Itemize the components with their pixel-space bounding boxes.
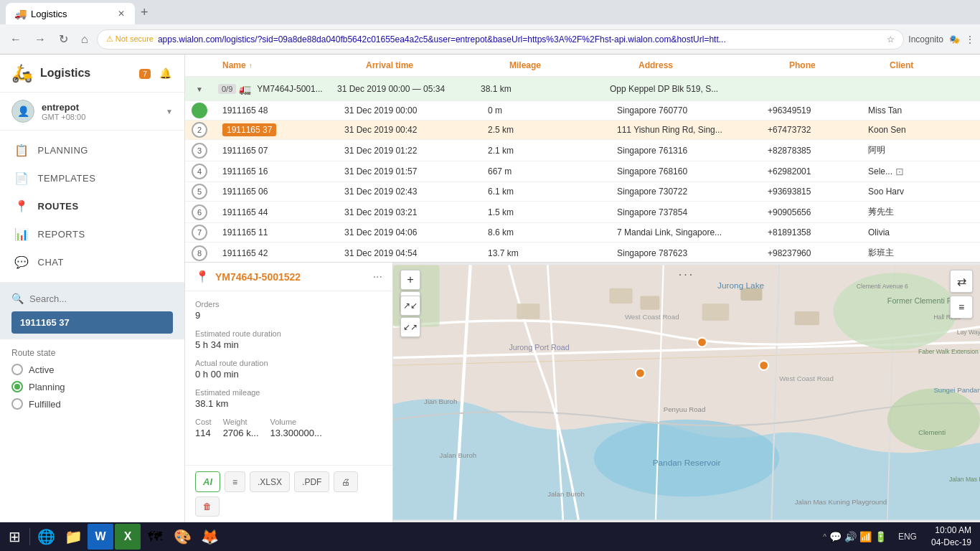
taskbar-files[interactable]: 📁 — [60, 524, 86, 550]
route-toggle-button[interactable]: ⇄ — [950, 270, 973, 293]
network-icon[interactable]: 📶 — [859, 531, 872, 542]
layers-button[interactable]: ≡ — [950, 296, 973, 319]
th-name[interactable]: Name ↑ — [214, 55, 357, 76]
est-mileage-value: 38.1 km — [195, 398, 382, 409]
detail-more-button[interactable]: ··· — [373, 270, 382, 283]
user-dropdown-arrow[interactable]: ▼ — [166, 108, 173, 116]
row-status-dot-1 — [192, 103, 207, 118]
notification-bell-button[interactable]: 🔔 — [158, 66, 173, 80]
systray-expand[interactable]: ^ — [823, 533, 826, 541]
orders-label: Orders — [195, 300, 382, 309]
copy-icon-4[interactable]: ⊡ — [895, 166, 904, 177]
radio-item-fulfilled[interactable]: Fulfilled — [11, 398, 173, 410]
menu-icon[interactable]: ⋮ — [966, 34, 974, 44]
client-4-text: Sele... — [868, 166, 892, 176]
taskbar-firefox[interactable]: 🦊 — [197, 524, 222, 550]
td-client-4: Sele... ⊡ — [859, 161, 946, 182]
td-address-2: 111 Yishun Ring Rd, Sing... — [608, 121, 759, 139]
content-area: Name ↑ Arrival time Mileage Address Phon… — [185, 55, 980, 522]
table-row[interactable]: 6 1911165 44 31 Dec 2019 03:21 1.5 km Si… — [185, 202, 980, 223]
th-address[interactable]: Address — [630, 55, 781, 76]
reload-button[interactable]: ↻ — [55, 29, 72, 49]
sidebar-item-routes[interactable]: 📍 ROUTES — [0, 192, 184, 220]
expand-button[interactable]: ↗↙ — [400, 296, 420, 316]
table-row[interactable]: 5 1911165 06 31 Dec 2019 02:43 6.1 km Si… — [185, 182, 980, 202]
address-bar[interactable]: ⚠ Not secure apps.wialon.com/logistics/?… — [97, 29, 905, 50]
tab-close-button[interactable]: ✕ — [116, 7, 126, 20]
sidebar-item-reports[interactable]: 📊 REPORTS — [0, 220, 184, 248]
app-logo: 🛵 — [11, 63, 33, 83]
print-button[interactable]: 🖨 — [334, 471, 358, 492]
sidebar-item-chat[interactable]: 💬 CHAT — [0, 248, 184, 276]
row-num-circle-7: 7 — [192, 225, 207, 240]
back-button[interactable]: ← — [6, 30, 26, 49]
table-row-group[interactable]: ▼ 0/9 🚛 YM7464J-5001... 31 Dec 2019 00:0… — [185, 77, 980, 101]
detail-header: 📍 YM7464J-5001522 ··· — [185, 263, 392, 291]
pdf-button[interactable]: .PDF — [294, 471, 329, 492]
sidebar-item-planning[interactable]: 📋 PLANNING — [0, 136, 184, 164]
table-row[interactable]: 8 1911165 42 31 Dec 2019 04:54 13.7 km S… — [185, 242, 980, 263]
map-area[interactable]: Pandan Reservoir Jurong Port Road West C… — [393, 263, 980, 522]
svg-text:Jalan Mas Kuning Playground: Jalan Mas Kuning Playground — [795, 498, 887, 506]
taskbar-paint[interactable]: 🎨 — [169, 524, 195, 550]
th-client[interactable]: Client — [881, 55, 967, 76]
td-arrival-5: 31 Dec 2019 02:43 — [336, 182, 479, 201]
td-mileage-7: 8.6 km — [479, 223, 608, 242]
radio-item-planning[interactable]: Planning — [11, 381, 173, 392]
table-row[interactable]: 1911165 48 31 Dec 2019 00:00 0 m Singapo… — [185, 101, 980, 121]
forward-button[interactable]: → — [30, 30, 50, 49]
tab-favicon: 🚚 — [14, 8, 27, 19]
radio-item-active[interactable]: Active — [11, 364, 173, 375]
group-row-arrival: 31 Dec 2019 00:00 — 05:34 — [329, 80, 472, 98]
delete-button[interactable]: 🗑 — [195, 496, 220, 517]
search-input[interactable] — [29, 293, 173, 304]
badge-button[interactable]: 7 — [138, 66, 152, 80]
svg-text:Faber Walk Extension Park: Faber Walk Extension Park — [918, 348, 980, 355]
bell-icon: 🔔 — [159, 67, 171, 79]
table-row[interactable]: 4 1911165 16 31 Dec 2019 01:57 667 m Sin… — [185, 161, 980, 182]
svg-text:Jurong Port Road: Jurong Port Road — [509, 343, 569, 352]
taskbar-chrome[interactable]: 🌐 — [33, 524, 59, 550]
th-mileage[interactable]: Mileage — [501, 55, 630, 76]
zoom-in-button[interactable]: + — [400, 270, 420, 290]
volume-icon[interactable]: 🔊 — [844, 531, 857, 542]
xlsx-button[interactable]: .XLSX — [250, 471, 290, 492]
start-button[interactable]: ⊞ — [3, 525, 27, 548]
svg-text:Pandan Reservoir: Pandan Reservoir — [653, 458, 721, 468]
th-phone[interactable]: Phone — [781, 55, 881, 76]
list-button[interactable]: ≡ — [225, 471, 245, 492]
browser-chrome: 🚚 Logistics ✕ + — [0, 0, 980, 24]
chat-icon: 💬 — [14, 255, 29, 269]
row-num-circle-4: 4 — [192, 164, 207, 179]
est-mileage-label: Estimated mileage — [195, 388, 382, 397]
taskbar-maps[interactable]: 🗺 — [142, 524, 168, 550]
map-dots-menu[interactable]: ··· — [679, 268, 694, 281]
search-result-item[interactable]: 1911165 37 — [11, 311, 173, 334]
table-row[interactable]: 3 1911165 07 31 Dec 2019 01:22 2.1 km Si… — [185, 140, 980, 161]
active-tab[interactable]: 🚚 Logistics ✕ — [6, 3, 135, 24]
th-arrival[interactable]: Arrival time — [357, 55, 501, 76]
new-tab-button[interactable]: + — [135, 4, 154, 22]
home-button[interactable]: ⌂ — [77, 30, 93, 49]
radio-circle-fulfilled — [11, 398, 23, 410]
sidebar-item-label-templates: TEMPLATES — [38, 173, 96, 184]
detail-weight-row: Weight 2706 k... — [223, 418, 259, 438]
sidebar-search-bar: 🔍 — [11, 288, 173, 309]
td-name-8: 1911165 42 — [214, 244, 336, 263]
ai-button[interactable]: AI — [195, 471, 220, 492]
svg-text:Jalan Buroh: Jalan Buroh — [440, 451, 477, 459]
contract-button[interactable]: ↙↗ — [400, 317, 420, 337]
th-phone-label: Phone — [789, 60, 816, 70]
detail-volume-row: Volume 13.300000... — [270, 418, 322, 438]
table-row[interactable]: 7 1911165 11 31 Dec 2019 04:06 8.6 km 7 … — [185, 223, 980, 242]
taskbar-excel[interactable]: X — [115, 524, 141, 550]
td-client-3: 阿明 — [859, 140, 946, 161]
td-arrival-1: 31 Dec 2019 00:00 — [336, 101, 479, 120]
table-row[interactable]: 2 1911165 37 31 Dec 2019 00:42 2.5 km 11… — [185, 121, 980, 140]
sidebar-item-templates[interactable]: 📄 TEMPLATES — [0, 164, 184, 192]
table-header: Name ↑ Arrival time Mileage Address Phon… — [185, 55, 980, 77]
address-bar-row: ← → ↻ ⌂ ⚠ Not secure apps.wialon.com/log… — [0, 24, 980, 55]
taskbar-word[interactable]: W — [88, 524, 113, 550]
row-num-8: 8 — [185, 245, 214, 261]
bookmark-icon[interactable]: ☆ — [887, 34, 895, 44]
